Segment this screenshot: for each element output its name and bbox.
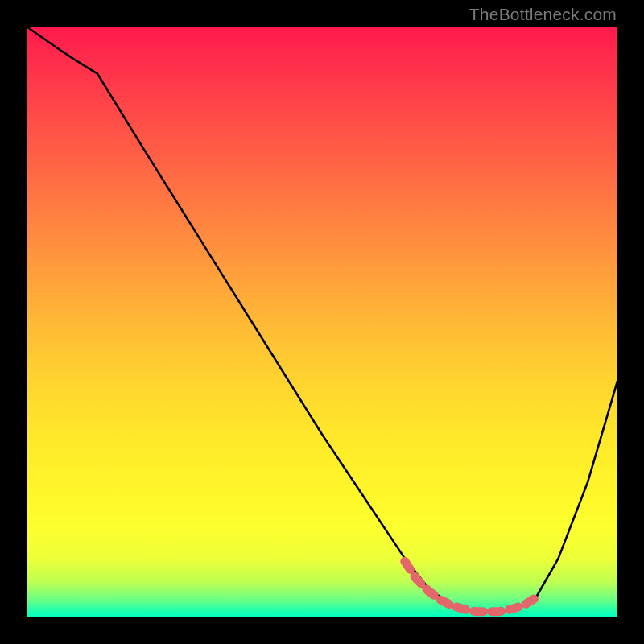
curve-layer — [27, 27, 617, 617]
bottleneck-curve — [27, 27, 617, 612]
chart-frame: TheBottleneck.com — [0, 0, 644, 644]
highlight-segment — [405, 561, 535, 611]
watermark-text: TheBottleneck.com — [469, 5, 617, 24]
plot-area — [27, 27, 617, 617]
